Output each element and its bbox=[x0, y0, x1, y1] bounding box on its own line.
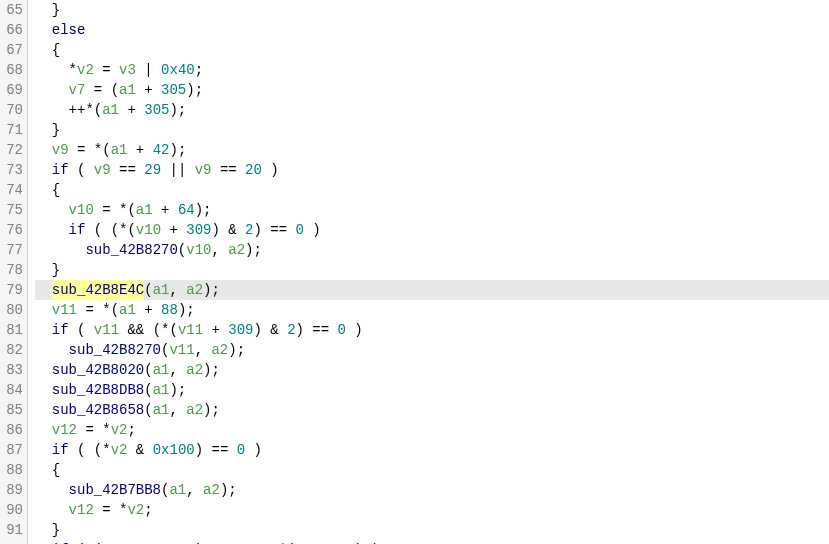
token-plain: + bbox=[136, 80, 161, 100]
token-plain: = * bbox=[77, 420, 111, 440]
code-line[interactable]: v12 = *v2; bbox=[35, 420, 829, 440]
token-plain bbox=[35, 20, 52, 40]
token-plain bbox=[35, 300, 52, 320]
token-plain bbox=[35, 340, 69, 360]
line-number: 69 bbox=[0, 80, 27, 100]
token-plain: ); bbox=[178, 300, 195, 320]
line-number: 74 bbox=[0, 180, 27, 200]
code-line[interactable]: { bbox=[35, 460, 829, 480]
code-line[interactable]: v7 = (a1 + 305); bbox=[35, 80, 829, 100]
code-line[interactable]: else bbox=[35, 20, 829, 40]
token-kw: if bbox=[52, 540, 69, 544]
token-num: 0 bbox=[296, 220, 304, 240]
token-plain: , bbox=[195, 340, 212, 360]
code-line[interactable]: } bbox=[35, 0, 829, 20]
token-arg: a1 bbox=[153, 280, 170, 300]
line-number: 77 bbox=[0, 240, 27, 260]
token-arg: a1 bbox=[119, 300, 136, 320]
token-plain bbox=[35, 280, 52, 300]
token-plain: + bbox=[312, 540, 337, 544]
line-number: 85 bbox=[0, 400, 27, 420]
code-line[interactable]: sub_42B8270(v11, a2); bbox=[35, 340, 829, 360]
token-plain: | bbox=[136, 60, 161, 80]
token-var: v2 bbox=[111, 440, 128, 460]
code-editor[interactable]: 6566676869707172737475767778798081828384… bbox=[0, 0, 829, 544]
token-plain: && (*( bbox=[119, 320, 178, 340]
line-gutter: 6566676869707172737475767778798081828384… bbox=[0, 0, 28, 544]
token-num: 2 bbox=[245, 220, 253, 240]
code-line[interactable]: if ( v9 == 29 || v9 == 20 ) bbox=[35, 160, 829, 180]
token-plain: = *( bbox=[69, 140, 111, 160]
line-number: 65 bbox=[0, 0, 27, 20]
token-plain: ; bbox=[127, 420, 135, 440]
token-arg: a1 bbox=[153, 400, 170, 420]
token-plain bbox=[35, 360, 52, 380]
token-plain: ) & bbox=[212, 220, 246, 240]
token-plain: & bbox=[127, 540, 152, 544]
code-line[interactable]: v11 = *(a1 + 88); bbox=[35, 300, 829, 320]
line-number: 82 bbox=[0, 340, 27, 360]
token-plain: ); bbox=[169, 100, 186, 120]
code-line[interactable]: sub_42B8658(a1, a2); bbox=[35, 400, 829, 420]
token-plain: ) bbox=[245, 440, 262, 460]
token-plain: & bbox=[127, 440, 152, 460]
code-line[interactable]: *v2 = v3 | 0x40; bbox=[35, 60, 829, 80]
code-line[interactable]: sub_42B7BB8(a1, a2); bbox=[35, 480, 829, 500]
code-line[interactable]: if ( (*v2 & 0x100) == 0 ) bbox=[35, 440, 829, 460]
token-plain: + bbox=[161, 220, 186, 240]
token-plain: = *( bbox=[77, 300, 119, 320]
code-line[interactable]: sub_42B8DB8(a1); bbox=[35, 380, 829, 400]
code-line[interactable]: } bbox=[35, 520, 829, 540]
token-plain: ); bbox=[203, 400, 220, 420]
code-line[interactable]: { bbox=[35, 180, 829, 200]
code-line[interactable]: sub_42B8E4C(a1, a2); bbox=[35, 280, 829, 300]
line-number: 78 bbox=[0, 260, 27, 280]
token-var: v2 bbox=[77, 60, 94, 80]
token-plain bbox=[35, 420, 52, 440]
code-line[interactable]: sub_42B8270(v10, a2); bbox=[35, 240, 829, 260]
token-fn: sub_42B8020 bbox=[52, 360, 144, 380]
token-plain: ++*( bbox=[35, 100, 102, 120]
token-kw: if bbox=[52, 440, 69, 460]
token-var: v2 bbox=[111, 420, 128, 440]
token-var: v9 bbox=[94, 160, 111, 180]
token-var: v11 bbox=[169, 340, 194, 360]
token-plain: { bbox=[35, 460, 60, 480]
token-plain: ); bbox=[245, 240, 262, 260]
code-line[interactable]: ++*(a1 + 305); bbox=[35, 100, 829, 120]
code-line[interactable]: { bbox=[35, 40, 829, 60]
token-plain: } bbox=[35, 520, 60, 540]
token-fn: sub_42B8658 bbox=[52, 400, 144, 420]
code-line[interactable]: v9 = *(a1 + 42); bbox=[35, 140, 829, 160]
token-arg: a1 bbox=[136, 200, 153, 220]
token-plain: ) bbox=[346, 320, 363, 340]
code-line[interactable]: sub_42B8020(a1, a2); bbox=[35, 360, 829, 380]
code-line[interactable]: } bbox=[35, 260, 829, 280]
token-fn: sub_42B8E4C bbox=[52, 280, 144, 300]
token-plain bbox=[35, 440, 52, 460]
code-line[interactable]: if ( (*(v10 + 309) & 2) == 0 ) bbox=[35, 220, 829, 240]
token-plain bbox=[35, 500, 69, 520]
token-arg: a2 bbox=[186, 280, 203, 300]
line-number: 83 bbox=[0, 360, 27, 380]
token-plain: { bbox=[35, 40, 60, 60]
code-line[interactable]: v12 = *v2; bbox=[35, 500, 829, 520]
token-plain: , bbox=[169, 400, 186, 420]
token-var: v11 bbox=[52, 300, 77, 320]
token-plain: ); bbox=[220, 480, 237, 500]
token-arg: a2 bbox=[186, 400, 203, 420]
token-plain: ; bbox=[144, 500, 152, 520]
code-line[interactable]: v10 = *(a1 + 64); bbox=[35, 200, 829, 220]
token-plain: ( ( bbox=[69, 540, 103, 544]
token-plain: ); bbox=[195, 200, 212, 220]
token-plain bbox=[35, 320, 52, 340]
code-area[interactable]: } else { *v2 = v3 | 0x40; v7 = (a1 + 305… bbox=[28, 0, 829, 544]
code-line[interactable]: if ( (v12 & 0x800) == 0 && *(a1 + 96) ) bbox=[35, 540, 829, 544]
token-var: v11 bbox=[94, 320, 119, 340]
token-num: 2 bbox=[287, 320, 295, 340]
code-line[interactable]: if ( v11 && (*(v11 + 309) & 2) == 0 ) bbox=[35, 320, 829, 340]
line-number: 86 bbox=[0, 420, 27, 440]
code-line[interactable]: } bbox=[35, 120, 829, 140]
token-arg: a1 bbox=[296, 540, 313, 544]
token-num: 309 bbox=[228, 320, 253, 340]
